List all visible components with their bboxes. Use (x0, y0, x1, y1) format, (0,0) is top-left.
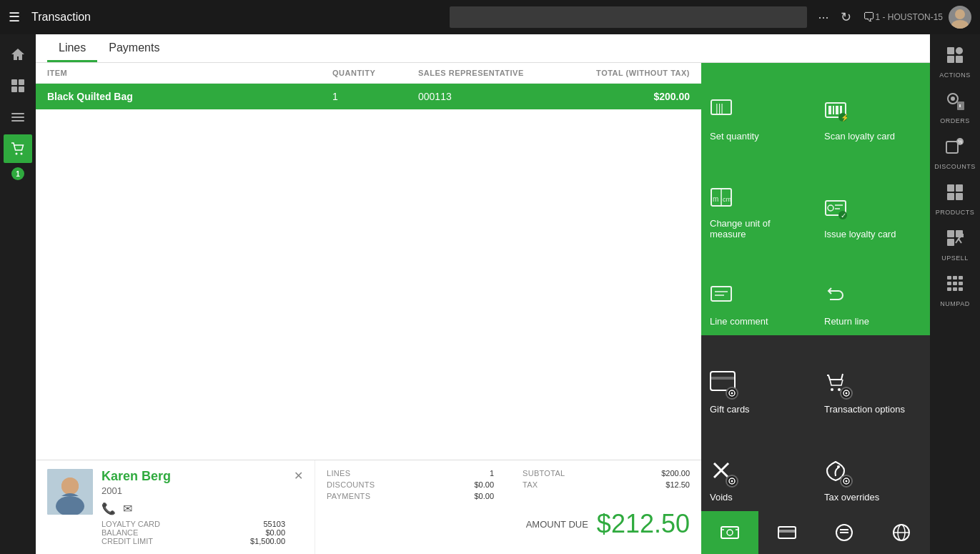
nav-orders[interactable]: ORDERS (934, 86, 976, 130)
nav-actions[interactable]: ACTIONS (934, 40, 976, 84)
amount-due-label: AMOUNT DUE (526, 519, 588, 530)
customer-info: Karen Berg 2001 📞 ✉ LOYALTY CARD 55103 (102, 469, 285, 545)
sidebar-item-menu[interactable] (4, 103, 32, 132)
customer-id: 2001 (102, 485, 285, 496)
sidebar-item-products[interactable] (4, 71, 32, 100)
svg-rect-78 (956, 193, 963, 200)
line-comment-button[interactable]: Line comment (701, 248, 816, 335)
sidebar-item-home[interactable] (4, 40, 32, 69)
left-sidebar: 1 (0, 34, 36, 554)
svg-point-51 (846, 480, 848, 483)
tab-payments[interactable]: Payments (97, 36, 171, 62)
loyalty-value: 55103 (263, 520, 285, 528)
transaction-options-button[interactable]: Transaction options (816, 335, 930, 423)
voids-icon (710, 459, 738, 488)
svg-rect-5 (19, 86, 24, 92)
transaction-options-icon (824, 371, 853, 400)
row-item-name: Black Quilted Bag (47, 91, 332, 102)
discounts-value: $0.00 (474, 480, 494, 489)
svg-point-14 (61, 478, 79, 495)
email-icon[interactable]: ✉ (123, 502, 132, 515)
nav-discounts[interactable]: % DISCOUNTS (934, 132, 976, 176)
balance-value: $0.00 (265, 528, 285, 537)
tax-overrides-label: Tax overrides (824, 492, 921, 503)
svg-point-10 (21, 153, 23, 155)
user-location: 1 - HOUSTON-15 (876, 12, 943, 22)
web-button[interactable] (873, 511, 930, 554)
lines-panel: ITEM QUANTITY SALES REPRESENTATIVE TOTAL… (36, 63, 701, 554)
lines-value: 1 (490, 469, 494, 478)
nav-upsell[interactable]: UPSELL (934, 223, 976, 267)
table-row[interactable]: Black Quilted Bag 1 000113 $200.00 (36, 84, 701, 109)
svg-rect-86 (947, 282, 951, 285)
svg-rect-7 (11, 117, 24, 118)
scan-loyalty-icon: ⚡ (824, 99, 921, 127)
sidebar-item-cart[interactable] (4, 134, 32, 163)
svg-text:m: m (713, 195, 718, 203)
exact-button[interactable] (816, 511, 873, 554)
refresh-icon[interactable]: ↻ (841, 9, 851, 25)
payments-label: PAYMENTS (327, 492, 370, 500)
svg-rect-83 (947, 276, 951, 280)
issue-loyalty-button[interactable]: ✓ Issue loyalty card (816, 150, 930, 248)
action-panel: ||| Set quantity ⚡ Scan loyalty card (701, 63, 930, 554)
return-line-button[interactable]: Return line (816, 248, 930, 335)
numpad-label: NUMPAD (940, 300, 969, 307)
customer-name: Karen Berg (102, 469, 285, 484)
voids-button[interactable]: Voids (701, 423, 816, 511)
tabs: Lines Payments (36, 34, 930, 63)
actions-icon (946, 46, 964, 69)
customer-avatar (47, 469, 93, 515)
set-quantity-label: Set quantity (710, 131, 807, 142)
close-icon[interactable]: ✕ (294, 469, 303, 483)
action-grid: ||| Set quantity ⚡ Scan loyalty card (701, 63, 930, 511)
change-unit-button[interactable]: mcm Change unit of measure (701, 150, 816, 248)
row-rep: 000113 (418, 91, 561, 102)
phone-icon[interactable]: 📞 (102, 502, 116, 515)
svg-point-1 (951, 20, 969, 29)
numpad-icon (946, 274, 964, 297)
svg-point-48 (731, 480, 733, 483)
hamburger-icon[interactable]: ☰ (9, 9, 20, 25)
svg-rect-85 (959, 276, 963, 280)
svg-point-41 (831, 388, 833, 391)
svg-point-44 (846, 392, 848, 395)
scan-loyalty-label: Scan loyalty card (824, 131, 921, 142)
table-header: ITEM QUANTITY SALES REPRESENTATIVE TOTAL… (36, 63, 701, 84)
amount-due-row: AMOUNT DUE $212.50 (327, 509, 690, 539)
svg-rect-52 (721, 527, 738, 538)
svg-rect-72 (946, 142, 958, 153)
nav-numpad[interactable]: NUMPAD (934, 269, 976, 313)
return-line-icon (824, 284, 921, 312)
tax-overrides-icon (824, 459, 853, 488)
avatar[interactable] (949, 6, 971, 29)
svg-rect-6 (11, 113, 24, 114)
subtotal-summary: SUBTOTAL $200.00 (523, 469, 690, 478)
customer-contacts: 📞 ✉ (102, 502, 285, 515)
svg-text:⚡: ⚡ (841, 113, 847, 122)
svg-rect-20 (836, 106, 838, 114)
svg-rect-19 (833, 106, 834, 114)
top-bar: ☰ Transaction ··· ↻ 🗨 1 - HOUSTON-15 (0, 0, 980, 34)
svg-rect-67 (956, 56, 963, 63)
more-icon[interactable]: ··· (818, 10, 829, 25)
gift-cards-button[interactable]: Gift cards (701, 335, 816, 423)
chat-icon[interactable]: 🗨 (863, 10, 876, 25)
svg-rect-77 (947, 193, 954, 200)
card-button[interactable] (758, 511, 816, 554)
products-icon (946, 183, 964, 206)
voids-label: Voids (710, 492, 807, 503)
set-quantity-button[interactable]: ||| Set quantity (701, 63, 816, 150)
svg-rect-79 (947, 230, 954, 237)
search-input[interactable] (450, 6, 807, 28)
table-body: Black Quilted Bag 1 000113 $200.00 (36, 84, 701, 460)
nav-products[interactable]: PRODUCTS (934, 177, 976, 222)
tax-overrides-button[interactable]: Tax overrides (816, 423, 930, 511)
svg-rect-3 (19, 79, 24, 85)
scan-loyalty-button[interactable]: ⚡ Scan loyalty card (816, 63, 930, 150)
tab-lines[interactable]: Lines (47, 36, 97, 62)
svg-text:✓: ✓ (841, 212, 846, 219)
app-title: Transaction (31, 11, 450, 24)
loyalty-row: LOYALTY CARD 55103 (102, 520, 285, 528)
cash-button[interactable] (701, 511, 758, 554)
